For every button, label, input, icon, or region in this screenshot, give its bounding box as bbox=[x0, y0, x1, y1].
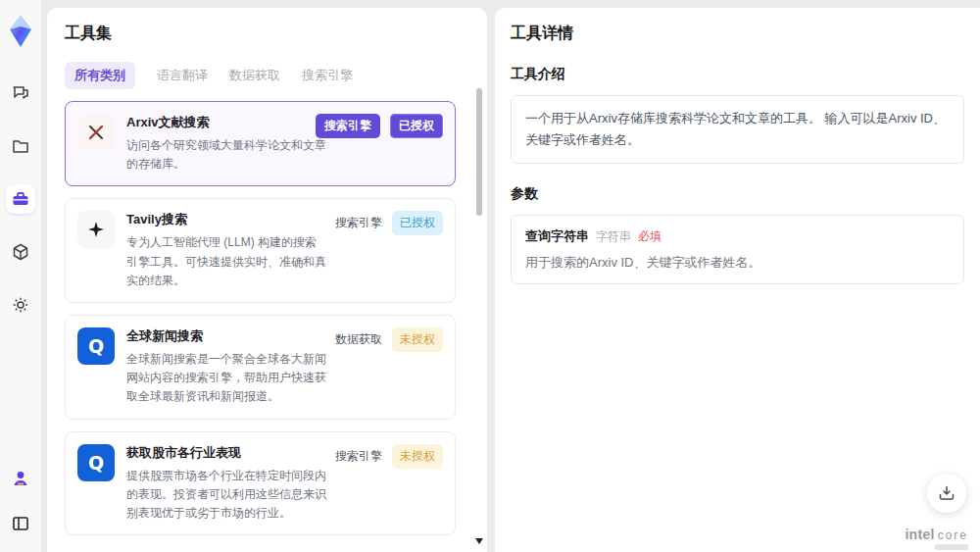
param-box: 查询字符串 字符串 必填 用于搜索的Arxiv ID、关键字或作者姓名。 bbox=[511, 215, 964, 284]
tool-name: 获取股市各行业表现 bbox=[126, 444, 327, 462]
tab-translation[interactable]: 语言翻译 bbox=[157, 62, 208, 89]
tool-card-sector-performance[interactable]: Q 获取股市各行业表现 提供股票市场各个行业在特定时间段内的表现。投资者可以利用… bbox=[65, 431, 456, 536]
avatar-icon[interactable] bbox=[6, 464, 35, 493]
tool-desc: 专为人工智能代理 (LLM) 构建的搜索引擎工具。可快速提供实时、准确和真实的结… bbox=[126, 233, 327, 290]
intel-core-logo: intel core bbox=[905, 527, 968, 542]
status-badge: 未授权 bbox=[392, 444, 443, 469]
tool-card-arxiv[interactable]: Arxiv文献搜索 访问各个研究领域大量科学论文和文章的存储库。 搜索引擎 已授… bbox=[65, 101, 456, 186]
q-app-icon: Q bbox=[77, 444, 115, 481]
intro-heading: 工具介绍 bbox=[511, 66, 964, 83]
toolset-panel: 工具集 所有类别 语言翻译 数据获取 搜索引擎 Arxiv文献搜索 访问各个研究… bbox=[47, 8, 487, 552]
category-badge: 数据获取 bbox=[335, 327, 382, 352]
param-name: 查询字符串 bbox=[525, 227, 589, 245]
chat-icon[interactable] bbox=[6, 78, 35, 108]
tool-desc: 全球新闻搜索是一个聚合全球各大新闻网站内容的搜索引擎，帮助用户快速获取全球最新资… bbox=[126, 350, 327, 407]
toolset-title: 工具集 bbox=[65, 24, 469, 44]
download-icon bbox=[938, 484, 956, 502]
category-badge: 搜索引擎 bbox=[335, 211, 382, 235]
intro-text: 一个用于从Arxiv存储库搜索科学论文和文章的工具。 输入可以是Arxiv ID… bbox=[525, 108, 950, 151]
category-tabs: 所有类别 语言翻译 数据获取 搜索引擎 bbox=[65, 62, 469, 89]
param-desc: 用于搜索的Arxiv ID、关键字或作者姓名。 bbox=[525, 254, 950, 272]
cube-icon[interactable] bbox=[6, 237, 35, 267]
star-icon bbox=[77, 211, 115, 248]
tool-list: Arxiv文献搜索 访问各个研究领域大量科学论文和文章的存储库。 搜索引擎 已授… bbox=[65, 101, 469, 547]
panel-toggle-icon[interactable] bbox=[6, 509, 35, 538]
category-badge: 搜索引擎 bbox=[335, 444, 382, 469]
q-app-icon: Q bbox=[77, 327, 115, 365]
details-title: 工具详情 bbox=[511, 24, 964, 44]
folder-icon[interactable] bbox=[6, 131, 35, 161]
param-required-flag: 必填 bbox=[638, 228, 662, 245]
category-badge: 搜索引擎 bbox=[316, 114, 380, 138]
sidebar-rail bbox=[0, 0, 41, 552]
scroll-down-arrow-icon[interactable] bbox=[475, 538, 483, 544]
gear-icon[interactable] bbox=[6, 290, 35, 320]
tool-card-tavily[interactable]: Tavily搜索 专为人工智能代理 (LLM) 构建的搜索引擎工具。可快速提供实… bbox=[65, 198, 456, 303]
params-heading: 参数 bbox=[511, 185, 964, 203]
status-badge: 未授权 bbox=[392, 327, 443, 352]
tool-desc: 访问各个研究领域大量科学论文和文章的存储库。 bbox=[126, 136, 327, 174]
tool-name: Arxiv文献搜索 bbox=[126, 114, 327, 131]
status-badge: 已授权 bbox=[392, 211, 443, 235]
list-scrollbar[interactable] bbox=[476, 88, 482, 216]
toolbox-icon-active[interactable] bbox=[6, 184, 35, 214]
tool-desc: 提供股票市场各个行业在特定时间段内的表现。投资者可以利用这些信息来识别表现优于或… bbox=[126, 467, 327, 524]
tab-all-categories[interactable]: 所有类别 bbox=[65, 62, 135, 89]
tool-name: Tavily搜索 bbox=[126, 211, 327, 228]
tab-search-engine[interactable]: 搜索引擎 bbox=[302, 62, 353, 89]
intel-sub-badge bbox=[935, 544, 968, 550]
download-button[interactable] bbox=[927, 474, 966, 513]
tab-data-fetch[interactable]: 数据获取 bbox=[229, 62, 280, 89]
arxiv-icon bbox=[77, 114, 115, 151]
param-type: 字符串 bbox=[596, 228, 631, 245]
intro-box: 一个用于从Arxiv存储库搜索科学论文和文章的工具。 输入可以是Arxiv ID… bbox=[511, 95, 964, 164]
tool-card-global-news[interactable]: Q 全球新闻搜索 全球新闻搜索是一个聚合全球各大新闻网站内容的搜索引擎，帮助用户… bbox=[65, 315, 456, 420]
tool-name: 全球新闻搜索 bbox=[126, 327, 327, 345]
tool-details-panel: 工具详情 工具介绍 一个用于从Arxiv存储库搜索科学论文和文章的工具。 输入可… bbox=[495, 8, 980, 552]
status-badge: 已授权 bbox=[390, 114, 443, 138]
app-logo-icon bbox=[4, 12, 37, 51]
